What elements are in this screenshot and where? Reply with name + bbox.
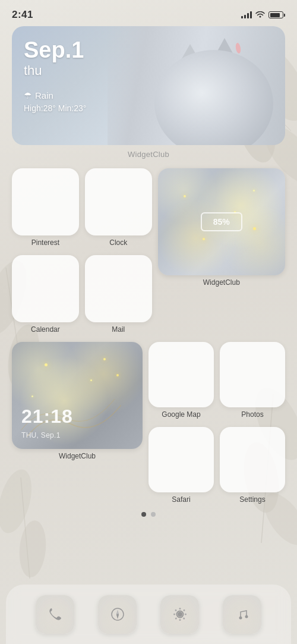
pinterest-app[interactable]: Pinterest: [12, 168, 79, 247]
weather-date: Sep.1: [24, 38, 86, 63]
music-icon: [234, 606, 251, 623]
main-area: Sep.1 thu ☂ Rain High:28° Min:23° Widget…: [0, 26, 297, 585]
battery-percent: 85%: [213, 217, 230, 227]
weather-temp: High:28° Min:23°: [24, 103, 86, 113]
dock: [6, 585, 291, 644]
weather-condition: ☂ Rain: [24, 90, 86, 101]
wifi-icon: [255, 11, 265, 18]
app-row-2: 21:18 THU, Sep.1 WidgetClub Google Map P…: [12, 342, 285, 504]
clock-label: Clock: [109, 238, 127, 247]
battery-widget-app[interactable]: 85% WidgetClub: [158, 168, 285, 334]
compass-dock-icon[interactable]: [98, 595, 137, 634]
compass-icon: [109, 606, 126, 623]
settings-label: Settings: [239, 495, 265, 504]
calendar-label: Calendar: [31, 325, 60, 334]
calendar-app[interactable]: Calendar: [12, 255, 79, 334]
clock-widget-icon[interactable]: 21:18 THU, Sep.1: [12, 342, 143, 449]
umbrella-icon: ☂: [24, 90, 31, 101]
photos-label: Photos: [241, 410, 263, 419]
safari-icon[interactable]: [148, 427, 214, 492]
pinterest-icon[interactable]: [12, 168, 79, 235]
music-dock-item[interactable]: [223, 595, 261, 634]
gear-dock-icon[interactable]: [160, 595, 199, 634]
music-dock-icon[interactable]: [223, 595, 261, 634]
status-bar: 2:41: [0, 0, 297, 26]
page-dot-1: [141, 512, 146, 517]
status-time: 2:41: [12, 9, 33, 21]
clock-widget-app[interactable]: 21:18 THU, Sep.1 WidgetClub: [12, 342, 143, 504]
clock-widget-date: THU, Sep.1: [21, 431, 61, 439]
svg-point-19: [178, 612, 182, 617]
status-icons: [241, 11, 285, 18]
svg-marker-17: [116, 610, 119, 614]
app-row-1: Pinterest Clock: [12, 168, 285, 334]
clock-app[interactable]: Clock: [85, 168, 152, 247]
mail-app[interactable]: Mail: [85, 255, 152, 334]
svg-point-21: [239, 617, 242, 620]
battery-widget-label: WidgetClub: [203, 278, 240, 287]
google-map-icon[interactable]: [148, 342, 214, 407]
weather-day: thu: [24, 63, 86, 78]
phone-dock-icon[interactable]: [36, 595, 74, 634]
battery-widget-icon[interactable]: 85%: [158, 168, 285, 275]
compass-dock-item[interactable]: [98, 595, 137, 634]
weather-widget[interactable]: Sep.1 thu ☂ Rain High:28° Min:23°: [12, 26, 285, 145]
svg-point-22: [245, 615, 248, 618]
battery-icon: [268, 11, 285, 18]
calendar-icon[interactable]: [12, 255, 79, 322]
settings-app[interactable]: Settings: [220, 427, 285, 504]
mail-label: Mail: [112, 325, 125, 334]
clock-widget-label: WidgetClub: [59, 452, 96, 460]
page-dot-2: [151, 512, 156, 517]
google-map-app[interactable]: Google Map: [148, 342, 214, 419]
gear-icon: [172, 606, 188, 623]
weather-content: Sep.1 thu ☂ Rain High:28° Min:23°: [24, 38, 86, 113]
signal-bars-icon: [241, 11, 252, 18]
settings-icon[interactable]: [220, 427, 285, 492]
svg-marker-18: [116, 614, 119, 619]
photos-icon[interactable]: [220, 342, 285, 407]
phone-dock-item[interactable]: [36, 595, 74, 634]
pinterest-label: Pinterest: [31, 238, 59, 247]
safari-app[interactable]: Safari: [148, 427, 214, 504]
clock-widget-time: 21:18: [21, 406, 73, 428]
page-indicator: [12, 512, 285, 517]
photos-app[interactable]: Photos: [220, 342, 285, 419]
safari-label: Safari: [172, 495, 190, 504]
battery-box: 85%: [201, 212, 242, 231]
widget-club-label: WidgetClub: [12, 150, 285, 159]
mail-icon[interactable]: [85, 255, 152, 322]
clock-icon[interactable]: [85, 168, 152, 235]
gear-dock-item[interactable]: [160, 595, 199, 634]
google-map-label: Google Map: [162, 410, 200, 419]
phone-icon: [47, 606, 64, 623]
